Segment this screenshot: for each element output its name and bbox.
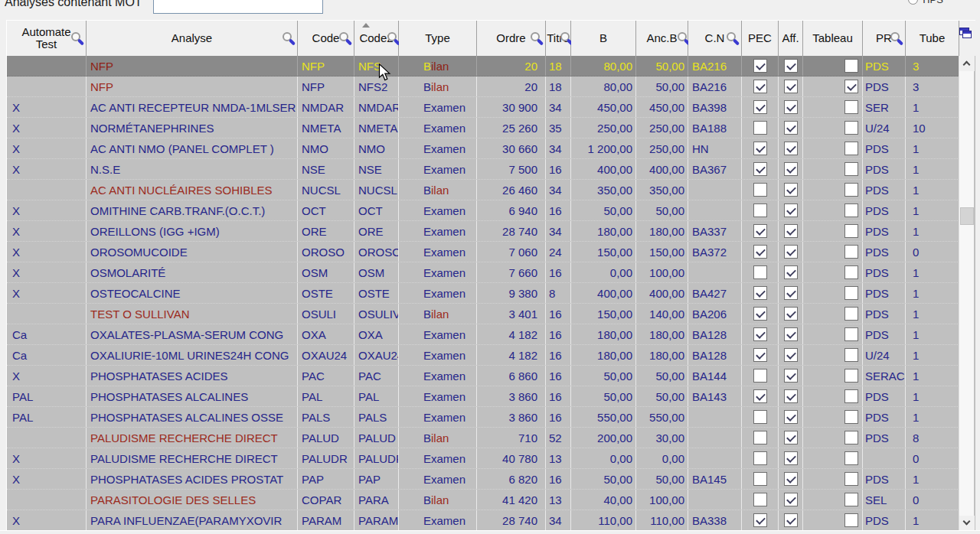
- aff-checkbox[interactable]: [784, 59, 798, 73]
- column-header-code[interactable]: Code: [298, 21, 354, 56]
- aff-checkbox[interactable]: [784, 348, 798, 362]
- pec-checkbox[interactable]: [753, 142, 767, 155]
- pec-checkbox[interactable]: [753, 286, 767, 300]
- tableau-checkbox[interactable]: [844, 142, 858, 155]
- pec-checkbox[interactable]: [753, 431, 767, 444]
- vertical-scrollbar[interactable]: [959, 56, 974, 531]
- aff-checkbox[interactable]: [784, 327, 798, 341]
- column-header-automate[interactable]: Automate Test: [7, 21, 87, 56]
- tableau-checkbox[interactable]: [844, 162, 858, 176]
- search-icon[interactable]: [727, 32, 736, 41]
- aff-checkbox[interactable]: [784, 493, 798, 506]
- table-row[interactable]: XAC ANTI NMO (PANEL COMPLET )NMONMOExame…: [7, 138, 959, 159]
- tableau-checkbox[interactable]: [844, 410, 858, 424]
- column-header-ancb[interactable]: Anc.B: [636, 21, 688, 56]
- column-header-titre[interactable]: Titre: [546, 21, 571, 56]
- tableau-checkbox[interactable]: [844, 513, 858, 527]
- aff-checkbox[interactable]: [784, 224, 798, 238]
- pec-checkbox[interactable]: [753, 121, 767, 135]
- scroll-up-button[interactable]: [959, 56, 975, 71]
- tableau-checkbox[interactable]: [844, 348, 858, 362]
- aff-checkbox[interactable]: [784, 121, 798, 135]
- tips-radio[interactable]: TIPS: [908, 0, 943, 5]
- column-header-ordre[interactable]: Ordre: [477, 21, 546, 56]
- pec-checkbox[interactable]: [753, 224, 767, 238]
- search-icon[interactable]: [71, 32, 80, 41]
- tableau-checkbox[interactable]: [844, 307, 858, 321]
- table-row[interactable]: XOMITHINE CARB.TRANF.(O.C.T.)OCTOCTExame…: [7, 200, 959, 221]
- pec-checkbox[interactable]: [753, 100, 767, 114]
- pec-checkbox[interactable]: [753, 389, 767, 403]
- column-header-code2[interactable]: Code2: [354, 21, 399, 56]
- pec-checkbox[interactable]: [753, 493, 767, 506]
- aff-checkbox[interactable]: [784, 410, 798, 424]
- aff-checkbox[interactable]: [784, 451, 798, 465]
- table-row[interactable]: CaOXALIURIE-10ML URINES24H CONGOXAU24OXA…: [7, 345, 959, 366]
- column-header-pr[interactable]: PR: [863, 21, 906, 56]
- table-row[interactable]: XAC ANTI RECEPTEUR NMDA-1MLSERNMDARNMDAR…: [7, 97, 959, 118]
- search-icon[interactable]: [560, 32, 570, 41]
- pec-checkbox[interactable]: [753, 183, 767, 197]
- search-icon[interactable]: [283, 32, 292, 41]
- column-header-pec[interactable]: PEC: [742, 21, 779, 56]
- tableau-checkbox[interactable]: [844, 183, 858, 197]
- tableau-checkbox[interactable]: [844, 224, 858, 238]
- column-header-analyse[interactable]: Analyse: [87, 21, 298, 56]
- tableau-checkbox[interactable]: [844, 245, 858, 259]
- tableau-checkbox[interactable]: [844, 451, 858, 465]
- scroll-down-button[interactable]: [959, 516, 975, 531]
- column-header-b[interactable]: B: [571, 21, 636, 56]
- table-row[interactable]: PARASITOLOGIE DES SELLESCOPARPARABilan41…: [7, 490, 959, 510]
- aff-checkbox[interactable]: [784, 100, 798, 114]
- tableau-checkbox[interactable]: [844, 121, 858, 135]
- aff-checkbox[interactable]: [784, 162, 798, 176]
- table-row[interactable]: NFPNFPNFS2Bilan201880,0050,00BA216PDS3: [7, 77, 959, 97]
- column-header-aff[interactable]: Aff.: [779, 21, 803, 56]
- table-row[interactable]: TEST O SULLIVANOSULIOSULIVBilan3 4011615…: [7, 304, 959, 324]
- table-row[interactable]: XPARA INFLUENZAE(PARAMYXOVIRPARAMPARAMEx…: [7, 510, 959, 531]
- aff-checkbox[interactable]: [784, 369, 798, 383]
- table-row[interactable]: XPHOSPHATASES ACIDES PROSTATPAPPAPExamen…: [7, 469, 959, 490]
- column-header-type[interactable]: Type: [399, 21, 477, 56]
- search-icon[interactable]: [678, 32, 687, 41]
- pec-checkbox[interactable]: [753, 472, 767, 486]
- tableau-checkbox[interactable]: [844, 100, 858, 114]
- table-row[interactable]: XOREILLONS (IGG +IGM)OREOREExamen28 7403…: [7, 221, 959, 242]
- tableau-checkbox[interactable]: [844, 59, 858, 73]
- tableau-checkbox[interactable]: [844, 369, 858, 383]
- pec-checkbox[interactable]: [753, 348, 767, 362]
- pec-checkbox[interactable]: [753, 327, 767, 341]
- aff-checkbox[interactable]: [784, 183, 798, 197]
- pec-checkbox[interactable]: [753, 245, 767, 259]
- search-icon[interactable]: [531, 32, 540, 41]
- column-header-cn[interactable]: C.N: [688, 21, 742, 56]
- tableau-checkbox[interactable]: [844, 327, 858, 341]
- tableau-checkbox[interactable]: [844, 389, 858, 403]
- table-row[interactable]: XPHOSPHATASES ACIDESPACPACExamen6 860165…: [7, 366, 959, 386]
- table-row[interactable]: CaOXALATES-PLASMA-SERUM CONGOXAOXAExamen…: [7, 324, 959, 345]
- tableau-checkbox[interactable]: [844, 265, 858, 279]
- aff-checkbox[interactable]: [784, 513, 798, 527]
- pec-checkbox[interactable]: [753, 80, 767, 93]
- pec-checkbox[interactable]: [753, 451, 767, 465]
- aff-checkbox[interactable]: [784, 80, 798, 93]
- tableau-checkbox[interactable]: [844, 80, 858, 93]
- column-header-tableau[interactable]: Tableau: [803, 21, 863, 56]
- table-row[interactable]: XOSTEOCALCINEOSTEOSTEExamen9 3808400,004…: [7, 283, 959, 304]
- pec-checkbox[interactable]: [753, 204, 767, 217]
- pec-checkbox[interactable]: [753, 410, 767, 424]
- copy-table-icon[interactable]: [959, 28, 972, 39]
- aff-checkbox[interactable]: [784, 307, 798, 321]
- search-icon[interactable]: [339, 32, 348, 41]
- table-row[interactable]: PALUDISME RECHERCHE DIRECTPALUDPALUDBila…: [7, 428, 959, 448]
- table-row[interactable]: XN.S.ENSENSEExamen7 50016400,00400,00BA3…: [7, 159, 959, 180]
- search-icon[interactable]: [890, 32, 900, 41]
- search-input[interactable]: [153, 0, 323, 14]
- table-row[interactable]: AC ANTI NUCLÉAIRES SOHIBLESNUCSLNUCSLBil…: [7, 180, 959, 200]
- aff-checkbox[interactable]: [784, 245, 798, 259]
- pec-checkbox[interactable]: [753, 162, 767, 176]
- table-row[interactable]: NFPNFPNFSBilan201880,0050,00BA216PDS3: [7, 56, 959, 77]
- aff-checkbox[interactable]: [784, 472, 798, 486]
- column-header-tube[interactable]: Tube: [906, 21, 959, 56]
- aff-checkbox[interactable]: [784, 431, 798, 444]
